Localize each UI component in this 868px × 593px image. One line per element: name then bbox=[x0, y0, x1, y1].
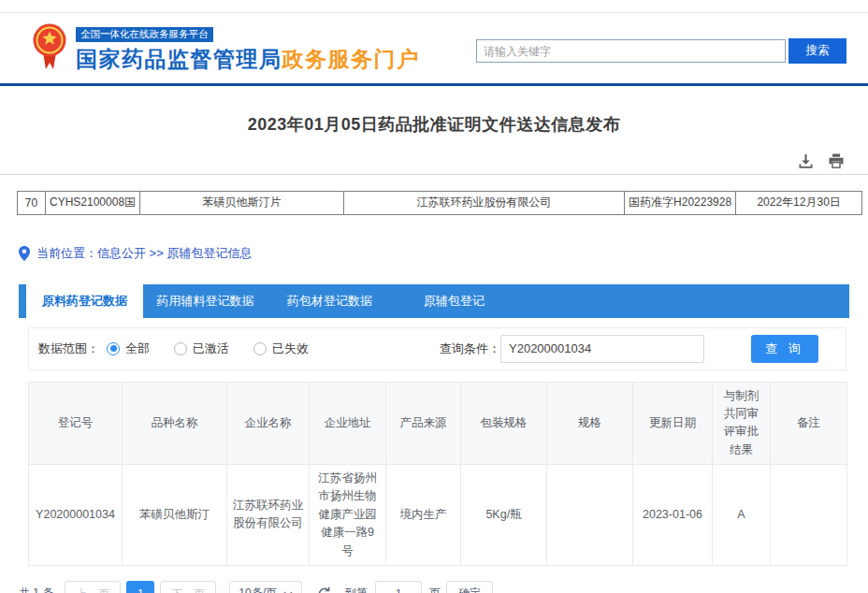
announcement-cell-approval-no: 国药准字H20223928 bbox=[625, 191, 736, 214]
query-button[interactable]: 查 询 bbox=[751, 335, 818, 363]
tab-raw-material-data[interactable]: 原料药登记数据 bbox=[26, 284, 143, 318]
announcement-cell-acceptance-no: CYHS2100008国 bbox=[46, 191, 140, 214]
registration-data-table: 登记号 品种名称 企业名称 企业地址 产品来源 包装规格 规格 更新日期 与制剂… bbox=[28, 382, 847, 566]
radio-expired-control[interactable] bbox=[253, 342, 267, 355]
cell-update-date: 2023-01-06 bbox=[633, 465, 713, 566]
radio-all-label: 全部 bbox=[125, 340, 150, 357]
query-input[interactable] bbox=[500, 335, 704, 363]
breadcrumb: 当前位置：信息公开 >> 原辅包登记信息 bbox=[19, 245, 868, 262]
announcement-cell-index: 70 bbox=[18, 191, 46, 214]
cell-spec bbox=[547, 465, 633, 566]
tab-packaging-material-data[interactable]: 药包材登记数据 bbox=[268, 284, 392, 318]
cell-company-address: 江苏省扬州市扬州生物健康产业园健康一路9号 bbox=[310, 465, 386, 566]
radio-activated-control[interactable] bbox=[174, 342, 187, 355]
header-product-source: 产品来源 bbox=[386, 382, 461, 465]
print-icon[interactable] bbox=[828, 153, 845, 168]
radio-expired-label: 已失效 bbox=[272, 340, 309, 357]
header-variety-name: 品种名称 bbox=[123, 382, 227, 465]
cell-package-spec: 5Kg/瓶 bbox=[461, 465, 547, 566]
radio-all[interactable]: 全部 bbox=[107, 340, 150, 357]
radio-expired[interactable]: 已失效 bbox=[253, 340, 309, 357]
radio-activated-label: 已激活 bbox=[193, 340, 229, 357]
national-emblem-logo bbox=[32, 22, 67, 71]
announcement-row: 70 CYHS2100008国 苯磺贝他斯汀片 江苏联环药业股份有限公司 国药准… bbox=[18, 191, 862, 214]
header-package-spec: 包装规格 bbox=[461, 382, 547, 465]
breadcrumb-label: 当前位置：信息公开 >> 原辅包登记信息 bbox=[36, 245, 252, 262]
announcement-table: 70 CYHS2100008国 苯磺贝他斯汀片 江苏联环药业股份有限公司 国药准… bbox=[17, 191, 862, 215]
scope-radio-group: 全部 已激活 已失效 bbox=[107, 340, 309, 357]
portal-name: 政务服务门户 bbox=[282, 47, 420, 71]
cell-remarks bbox=[771, 465, 847, 566]
header-company-address: 企业地址 bbox=[310, 382, 386, 465]
filter-bar: 数据范围： 全部 已激活 已失效 查询条件： 查 询 bbox=[28, 327, 846, 370]
radio-all-control[interactable] bbox=[107, 342, 120, 355]
page-size-select[interactable]: 10条/页 bbox=[229, 581, 302, 593]
header-reg-number: 登记号 bbox=[29, 382, 123, 465]
page-number-1[interactable]: 1 bbox=[126, 581, 154, 593]
header-joint-review-result: 与制剂共同审评审批结果 bbox=[713, 382, 771, 465]
refresh-icon[interactable] bbox=[317, 586, 332, 593]
goto-label: 到第 bbox=[345, 586, 368, 593]
next-page-button[interactable]: 下一页 bbox=[160, 581, 216, 593]
brand: 全国一体化在线政务服务平台 国家药品监督管理局政务服务门户 bbox=[32, 22, 420, 74]
header-update-date: 更新日期 bbox=[633, 382, 713, 465]
goto-unit: 页 bbox=[429, 586, 441, 593]
table-row: Y20200001034 苯磺贝他斯汀 江苏联环药业股份有限公司 江苏省扬州市扬… bbox=[29, 465, 847, 566]
page-root: 全国一体化在线政务服务平台 国家药品监督管理局政务服务门户 搜索 2023年01… bbox=[0, 0, 868, 593]
query-label: 查询条件： bbox=[440, 340, 500, 357]
header-remarks: 备注 bbox=[771, 382, 847, 465]
cell-reg-number: Y20200001034 bbox=[29, 465, 123, 566]
cell-company-name: 江苏联环药业股份有限公司 bbox=[227, 465, 310, 566]
tab-bar: 原料药登记数据 药用辅料登记数据 药包材登记数据 原辅包登记 bbox=[19, 284, 849, 318]
scope-label: 数据范围： bbox=[38, 340, 99, 357]
cell-variety-name: 苯磺贝他斯汀 bbox=[123, 465, 227, 566]
goto-page-input[interactable] bbox=[375, 581, 422, 593]
header-search: 搜索 bbox=[476, 38, 846, 64]
announcement-cell-drug-name: 苯磺贝他斯汀片 bbox=[140, 191, 344, 214]
search-button[interactable]: 搜索 bbox=[788, 38, 846, 64]
pagination: 共 1 条 上一页 1 下一页 10条/页 到第 页 确定 bbox=[19, 581, 868, 593]
download-icon[interactable] bbox=[798, 153, 814, 169]
header-company-name: 企业名称 bbox=[227, 382, 310, 465]
page-title: 2023年01月05日药品批准证明文件送达信息发布 bbox=[0, 113, 868, 136]
document-actions bbox=[0, 153, 868, 169]
title-divider bbox=[0, 174, 868, 175]
site-header: 全国一体化在线政务服务平台 国家药品监督管理局政务服务门户 搜索 bbox=[0, 13, 868, 83]
header-spec: 规格 bbox=[547, 382, 633, 465]
cell-joint-review-result: A bbox=[713, 465, 771, 566]
prev-page-button[interactable]: 上一页 bbox=[65, 581, 121, 593]
tab-excipient-data[interactable]: 药用辅料登记数据 bbox=[143, 284, 268, 318]
tab-raw-excipient-packaging[interactable]: 原辅包登记 bbox=[392, 284, 516, 318]
org-name: 国家药品监督管理局 bbox=[76, 47, 282, 71]
announcement-cell-company: 江苏联环药业股份有限公司 bbox=[344, 191, 625, 214]
radio-activated[interactable]: 已激活 bbox=[174, 340, 229, 357]
table-header-row: 登记号 品种名称 企业名称 企业地址 产品来源 包装规格 规格 更新日期 与制剂… bbox=[29, 382, 847, 465]
platform-badge: 全国一体化在线政务服务平台 bbox=[76, 27, 213, 42]
location-pin-icon bbox=[19, 246, 30, 261]
page-size-value: 10条/页 bbox=[239, 586, 277, 593]
announcement-cell-date: 2022年12月30日 bbox=[736, 191, 862, 214]
goto-confirm-button[interactable]: 确定 bbox=[446, 581, 493, 593]
cell-product-source: 境内生产 bbox=[386, 465, 461, 566]
header-blue-rule bbox=[0, 83, 868, 86]
brand-text: 全国一体化在线政务服务平台 国家药品监督管理局政务服务门户 bbox=[76, 22, 420, 74]
search-input[interactable] bbox=[476, 39, 786, 63]
pagination-total: 共 1 条 bbox=[19, 586, 53, 593]
site-title: 国家药品监督管理局政务服务门户 bbox=[76, 45, 420, 74]
